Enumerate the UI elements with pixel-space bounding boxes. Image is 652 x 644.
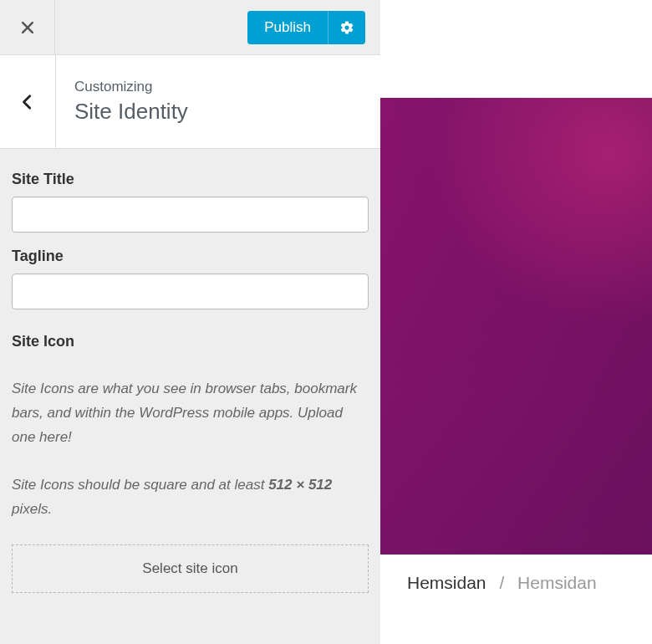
site-title-input[interactable] [12,197,369,233]
breadcrumb-home[interactable]: Hemsidan [407,573,486,592]
tagline-input[interactable] [12,273,369,309]
site-icon-description: Site Icons are what you see in browser t… [12,377,369,450]
customizer-topbar: Publish [0,0,380,55]
select-site-icon-button[interactable]: Select site icon [12,544,369,593]
section-header: Customizing Site Identity [0,55,380,149]
back-button[interactable] [0,55,56,148]
gear-icon [339,20,354,35]
section-supertitle: Customizing [74,79,188,95]
site-preview: Hemsidan / Hemsidan [380,0,652,644]
close-button[interactable] [0,0,55,55]
close-icon [19,19,36,36]
hero-image [380,98,652,555]
breadcrumb-current: Hemsidan [517,573,597,592]
publish-button[interactable]: Publish [247,11,365,44]
site-icon-label: Site Icon [12,333,369,350]
tagline-label: Tagline [12,248,369,265]
site-icon-requirements: Site Icons should be square and at least… [12,473,369,522]
breadcrumb: Hemsidan / Hemsidan [380,555,652,593]
chevron-left-icon [18,93,37,111]
breadcrumb-separator: / [499,573,504,592]
publish-settings[interactable] [329,20,365,35]
section-title: Site Identity [74,99,188,125]
publish-label: Publish [247,11,329,44]
site-title-label: Site Title [12,171,369,188]
